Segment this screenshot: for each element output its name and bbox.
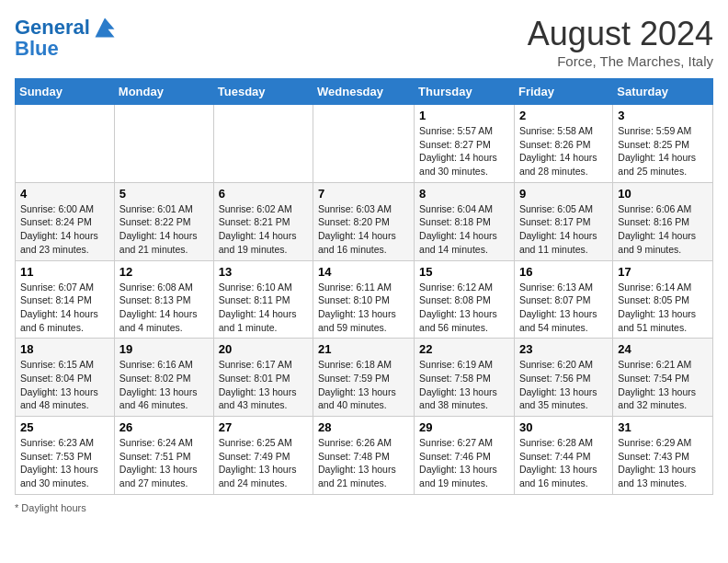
day-info: Sunrise: 6:10 AM Sunset: 8:11 PM Dayligh… xyxy=(219,281,308,335)
day-info: Sunrise: 6:17 AM Sunset: 8:01 PM Dayligh… xyxy=(219,358,308,412)
calendar-body: 1Sunrise: 5:57 AM Sunset: 8:27 PM Daylig… xyxy=(16,105,713,495)
day-number: 17 xyxy=(618,265,708,279)
day-info: Sunrise: 6:06 AM Sunset: 8:16 PM Dayligh… xyxy=(618,202,708,257)
day-number: 22 xyxy=(419,342,509,356)
calendar-cell: 15Sunrise: 6:12 AM Sunset: 8:08 PM Dayli… xyxy=(415,260,515,339)
calendar-week-1: 1Sunrise: 5:57 AM Sunset: 8:27 PM Daylig… xyxy=(16,105,713,183)
day-number: 27 xyxy=(219,420,308,434)
calendar-cell: 27Sunrise: 6:25 AM Sunset: 7:49 PM Dayli… xyxy=(213,417,313,495)
calendar-cell: 8Sunrise: 6:04 AM Sunset: 8:18 PM Daylig… xyxy=(415,182,515,260)
calendar-cell: 17Sunrise: 6:14 AM Sunset: 8:05 PM Dayli… xyxy=(613,260,713,339)
month-year: August 2024 xyxy=(528,15,713,53)
calendar-cell: 29Sunrise: 6:27 AM Sunset: 7:46 PM Dayli… xyxy=(415,417,515,495)
footer-note-text: Daylight hours xyxy=(21,502,85,513)
day-number: 7 xyxy=(318,187,409,201)
logo-text: General xyxy=(15,17,90,39)
calendar-header: SundayMondayTuesdayWednesdayThursdayFrid… xyxy=(16,79,713,105)
svg-marker-0 xyxy=(95,18,114,38)
day-info: Sunrise: 6:18 AM Sunset: 7:59 PM Dayligh… xyxy=(318,358,409,412)
calendar-cell: 23Sunrise: 6:20 AM Sunset: 7:56 PM Dayli… xyxy=(514,339,612,417)
day-number: 3 xyxy=(618,109,708,122)
day-info: Sunrise: 6:01 AM Sunset: 8:22 PM Dayligh… xyxy=(119,202,209,257)
day-info: Sunrise: 6:15 AM Sunset: 8:04 PM Dayligh… xyxy=(20,358,109,412)
calendar-cell: 7Sunrise: 6:03 AM Sunset: 8:20 PM Daylig… xyxy=(313,182,415,260)
calendar-cell: 19Sunrise: 6:16 AM Sunset: 8:02 PM Dayli… xyxy=(114,339,213,417)
day-number: 16 xyxy=(519,265,608,279)
day-info: Sunrise: 6:23 AM Sunset: 7:53 PM Dayligh… xyxy=(20,436,109,490)
calendar-cell xyxy=(114,105,213,183)
day-info: Sunrise: 6:02 AM Sunset: 8:21 PM Dayligh… xyxy=(219,202,308,257)
calendar-cell: 28Sunrise: 6:26 AM Sunset: 7:48 PM Dayli… xyxy=(313,417,415,495)
day-number: 14 xyxy=(318,265,409,279)
day-number: 24 xyxy=(618,342,708,356)
calendar-cell: 21Sunrise: 6:18 AM Sunset: 7:59 PM Dayli… xyxy=(313,339,415,417)
header: General Blue August 2024 Force, The Marc… xyxy=(15,15,713,69)
day-info: Sunrise: 6:14 AM Sunset: 8:05 PM Dayligh… xyxy=(618,281,708,335)
calendar-cell: 18Sunrise: 6:15 AM Sunset: 8:04 PM Dayli… xyxy=(16,339,115,417)
day-number: 20 xyxy=(219,342,308,356)
weekday-header-monday: Monday xyxy=(114,79,213,105)
day-number: 31 xyxy=(618,420,708,434)
weekday-header-friday: Friday xyxy=(514,79,612,105)
day-number: 30 xyxy=(519,420,608,434)
calendar-cell: 9Sunrise: 6:05 AM Sunset: 8:17 PM Daylig… xyxy=(514,182,612,260)
day-info: Sunrise: 5:59 AM Sunset: 8:25 PM Dayligh… xyxy=(618,124,708,178)
calendar-cell: 20Sunrise: 6:17 AM Sunset: 8:01 PM Dayli… xyxy=(213,339,313,417)
day-number: 12 xyxy=(119,265,209,279)
calendar-cell: 24Sunrise: 6:21 AM Sunset: 7:54 PM Dayli… xyxy=(613,339,713,417)
calendar-week-3: 11Sunrise: 6:07 AM Sunset: 8:14 PM Dayli… xyxy=(16,260,713,339)
calendar-cell: 5Sunrise: 6:01 AM Sunset: 8:22 PM Daylig… xyxy=(114,182,213,260)
calendar-cell: 16Sunrise: 6:13 AM Sunset: 8:07 PM Dayli… xyxy=(514,260,612,339)
logo: General Blue xyxy=(15,15,118,61)
day-number: 13 xyxy=(219,265,308,279)
day-info: Sunrise: 6:20 AM Sunset: 7:56 PM Dayligh… xyxy=(519,358,608,412)
day-info: Sunrise: 5:57 AM Sunset: 8:27 PM Dayligh… xyxy=(419,124,509,178)
weekday-header-wednesday: Wednesday xyxy=(313,79,415,105)
footer-note: * Daylight hours xyxy=(15,502,713,513)
day-info: Sunrise: 6:19 AM Sunset: 7:58 PM Dayligh… xyxy=(419,358,509,412)
day-info: Sunrise: 6:07 AM Sunset: 8:14 PM Dayligh… xyxy=(20,281,109,335)
title-area: August 2024 Force, The Marches, Italy xyxy=(528,15,713,69)
day-info: Sunrise: 6:08 AM Sunset: 8:13 PM Dayligh… xyxy=(119,281,209,335)
day-number: 15 xyxy=(419,265,509,279)
day-info: Sunrise: 6:25 AM Sunset: 7:49 PM Dayligh… xyxy=(219,436,308,490)
calendar-cell: 26Sunrise: 6:24 AM Sunset: 7:51 PM Dayli… xyxy=(114,417,213,495)
day-number: 1 xyxy=(419,109,509,122)
calendar-cell: 10Sunrise: 6:06 AM Sunset: 8:16 PM Dayli… xyxy=(613,182,713,260)
calendar-cell: 2Sunrise: 5:58 AM Sunset: 8:26 PM Daylig… xyxy=(514,105,612,183)
calendar-week-4: 18Sunrise: 6:15 AM Sunset: 8:04 PM Dayli… xyxy=(16,339,713,417)
calendar-week-5: 25Sunrise: 6:23 AM Sunset: 7:53 PM Dayli… xyxy=(16,417,713,495)
calendar-table: SundayMondayTuesdayWednesdayThursdayFrid… xyxy=(15,78,713,495)
calendar-cell: 4Sunrise: 6:00 AM Sunset: 8:24 PM Daylig… xyxy=(16,182,115,260)
day-info: Sunrise: 6:27 AM Sunset: 7:46 PM Dayligh… xyxy=(419,436,509,490)
day-info: Sunrise: 5:58 AM Sunset: 8:26 PM Dayligh… xyxy=(519,124,608,178)
day-info: Sunrise: 6:29 AM Sunset: 7:43 PM Dayligh… xyxy=(618,436,708,490)
weekday-header-saturday: Saturday xyxy=(613,79,713,105)
logo-icon xyxy=(92,15,118,40)
calendar-cell: 14Sunrise: 6:11 AM Sunset: 8:10 PM Dayli… xyxy=(313,260,415,339)
calendar-cell: 12Sunrise: 6:08 AM Sunset: 8:13 PM Dayli… xyxy=(114,260,213,339)
day-number: 19 xyxy=(119,342,209,356)
day-info: Sunrise: 6:04 AM Sunset: 8:18 PM Dayligh… xyxy=(419,202,509,257)
day-info: Sunrise: 6:16 AM Sunset: 8:02 PM Dayligh… xyxy=(119,358,209,412)
calendar-cell xyxy=(313,105,415,183)
day-info: Sunrise: 6:12 AM Sunset: 8:08 PM Dayligh… xyxy=(419,281,509,335)
day-number: 11 xyxy=(20,265,109,279)
day-number: 5 xyxy=(119,187,209,201)
day-info: Sunrise: 6:21 AM Sunset: 7:54 PM Dayligh… xyxy=(618,358,708,412)
calendar-week-2: 4Sunrise: 6:00 AM Sunset: 8:24 PM Daylig… xyxy=(16,182,713,260)
day-info: Sunrise: 6:11 AM Sunset: 8:10 PM Dayligh… xyxy=(318,281,409,335)
day-number: 25 xyxy=(20,420,109,434)
day-number: 8 xyxy=(419,187,509,201)
calendar-cell: 31Sunrise: 6:29 AM Sunset: 7:43 PM Dayli… xyxy=(613,417,713,495)
calendar-cell: 30Sunrise: 6:28 AM Sunset: 7:44 PM Dayli… xyxy=(514,417,612,495)
calendar-cell: 11Sunrise: 6:07 AM Sunset: 8:14 PM Dayli… xyxy=(16,260,115,339)
weekday-header-row: SundayMondayTuesdayWednesdayThursdayFrid… xyxy=(16,79,713,105)
calendar-cell xyxy=(16,105,115,183)
weekday-header-tuesday: Tuesday xyxy=(213,79,313,105)
day-number: 29 xyxy=(419,420,509,434)
calendar-cell: 25Sunrise: 6:23 AM Sunset: 7:53 PM Dayli… xyxy=(16,417,115,495)
day-info: Sunrise: 6:03 AM Sunset: 8:20 PM Dayligh… xyxy=(318,202,409,257)
location: Force, The Marches, Italy xyxy=(528,53,713,69)
day-number: 4 xyxy=(20,187,109,201)
